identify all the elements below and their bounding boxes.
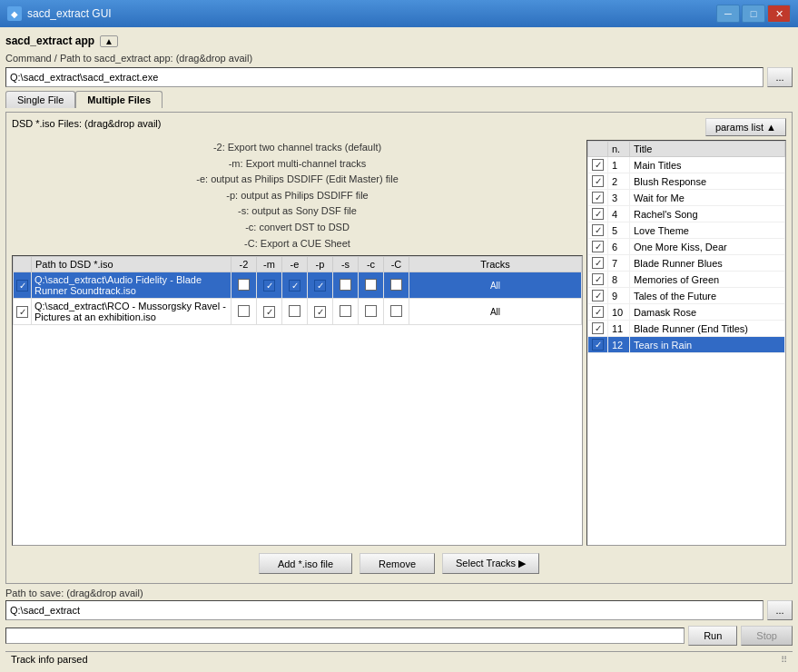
- track-check-6[interactable]: [588, 255, 608, 272]
- file-colc-0[interactable]: [359, 272, 384, 299]
- tabs-row: Single File Multiple Files: [5, 91, 793, 108]
- info-line-6: -c: convert DST to DSD: [12, 220, 583, 236]
- file-cols-0[interactable]: [333, 272, 359, 299]
- track-n-11: 12: [608, 337, 630, 353]
- track-check-10[interactable]: [588, 321, 608, 337]
- info-line-2: -m: Export multi-channel tracks: [12, 156, 583, 173]
- tab-single-file[interactable]: Single File: [5, 91, 75, 108]
- table-row[interactable]: Q:\sacd_extract\Audio Fidelity - Blade R…: [14, 272, 582, 299]
- file-path-1: Q:\sacd_extract\RCO - Mussorgsky Ravel -…: [32, 299, 232, 325]
- table-row[interactable]: Q:\sacd_extract\RCO - Mussorgsky Ravel -…: [14, 299, 582, 325]
- track-title-1: Blush Response: [630, 173, 785, 190]
- app-icon: ◆: [7, 6, 22, 21]
- track-title-7: Memories of Green: [630, 272, 785, 288]
- file-colc-1[interactable]: [359, 299, 384, 325]
- params-list-button[interactable]: params list ▲: [705, 118, 786, 136]
- track-n-6: 7: [608, 255, 630, 272]
- file-checkbox-0[interactable]: [16, 280, 28, 292]
- tab-multiple-files[interactable]: Multiple Files: [75, 91, 163, 108]
- file-colC-0[interactable]: [384, 272, 409, 299]
- info-line-7: -C: Export a CUE Sheet: [12, 236, 583, 252]
- app-title: sacd_extract app: [5, 35, 94, 47]
- track-row[interactable]: 5 Love Theme: [588, 222, 785, 239]
- info-line-5: -s: output as Sony DSF file: [12, 203, 583, 220]
- file-colm-1[interactable]: [257, 299, 282, 325]
- file-colp-1[interactable]: [308, 299, 333, 325]
- track-row[interactable]: 11 Blade Runner (End Titles): [588, 321, 785, 337]
- save-browse-button[interactable]: ...: [767, 600, 793, 620]
- track-row[interactable]: 7 Blade Runner Blues: [588, 255, 785, 272]
- track-row[interactable]: 4 Rachel's Song: [588, 206, 785, 222]
- file-cole-0[interactable]: [282, 272, 308, 299]
- title-bar: ◆ sacd_extract GUI ─ □ ✕: [0, 0, 798, 27]
- col-s-header: -s: [333, 257, 359, 272]
- col-p-header: -p: [308, 257, 333, 272]
- window-controls: ─ □ ✕: [716, 5, 791, 23]
- file-colp-0[interactable]: [308, 272, 333, 299]
- save-label: Path to save: (drag&drop avail): [5, 588, 793, 598]
- track-row[interactable]: 10 Damask Rose: [588, 304, 785, 321]
- track-check-11[interactable]: [588, 337, 608, 353]
- file-colm-0[interactable]: [257, 272, 282, 299]
- track-row[interactable]: 2 Blush Response: [588, 173, 785, 190]
- track-n-9: 10: [608, 304, 630, 321]
- track-check-1[interactable]: [588, 173, 608, 190]
- close-button[interactable]: ✕: [767, 5, 791, 23]
- file-tracks-0: All: [409, 272, 582, 299]
- track-n-7: 8: [608, 272, 630, 288]
- file-col2-1[interactable]: [232, 299, 257, 325]
- files-table: Path to DSD *.iso -2 -m -e -p -s -c -C T…: [13, 256, 582, 325]
- command-browse-button[interactable]: ...: [767, 67, 793, 87]
- window-title: sacd_extract GUI: [27, 7, 711, 20]
- progress-bar: [5, 628, 685, 644]
- track-title-10: Blade Runner (End Titles): [630, 321, 785, 337]
- save-path-input[interactable]: [5, 600, 764, 620]
- file-row-check-1[interactable]: [14, 299, 32, 325]
- track-title-2: Wait for Me: [630, 190, 785, 206]
- file-row-check-0[interactable]: [14, 272, 32, 299]
- track-n-8: 9: [608, 288, 630, 304]
- info-panel: -2: Export two channel tracks (default) …: [12, 140, 583, 252]
- track-row[interactable]: 6 One More Kiss, Dear: [588, 239, 785, 255]
- file-colC-1[interactable]: [384, 299, 409, 325]
- file-cols-1[interactable]: [333, 299, 359, 325]
- select-tracks-button[interactable]: Select Tracks ▶: [442, 553, 539, 574]
- track-row[interactable]: 12 Tears in Rain: [588, 337, 785, 353]
- files-table-container: Path to DSD *.iso -2 -m -e -p -s -c -C T…: [12, 255, 583, 546]
- track-n-header: n.: [608, 142, 630, 157]
- track-check-header: [588, 142, 608, 157]
- track-check-0[interactable]: [588, 157, 608, 173]
- track-check-7[interactable]: [588, 272, 608, 288]
- dsd-header-row: DSD *.iso Files: (drag&drop avail) param…: [12, 118, 786, 136]
- file-tracks-1: All: [409, 299, 582, 325]
- track-check-8[interactable]: [588, 288, 608, 304]
- add-iso-button[interactable]: Add *.iso file: [259, 553, 352, 574]
- track-check-3[interactable]: [588, 206, 608, 222]
- tracks-table: n. Title 1 Main Titles 2 Blush Response …: [587, 141, 785, 353]
- track-row[interactable]: 9 Tales of the Future: [588, 288, 785, 304]
- buttons-row: Add *.iso file Remove Select Tracks ▶: [12, 549, 786, 578]
- track-row[interactable]: 3 Wait for Me: [588, 190, 785, 206]
- minimize-button[interactable]: ─: [716, 5, 740, 23]
- file-col2-0[interactable]: [232, 272, 257, 299]
- track-title-9: Damask Rose: [630, 304, 785, 321]
- app-expand-button[interactable]: ▲: [100, 35, 118, 47]
- track-n-3: 4: [608, 206, 630, 222]
- file-path-0: Q:\sacd_extract\Audio Fidelity - Blade R…: [32, 272, 232, 299]
- track-check-5[interactable]: [588, 239, 608, 255]
- track-title-11: Tears in Rain: [630, 337, 785, 353]
- status-grip: ⠿: [781, 655, 787, 665]
- track-row[interactable]: 1 Main Titles: [588, 157, 785, 173]
- track-check-4[interactable]: [588, 222, 608, 239]
- save-row: Path to save: (drag&drop avail) ...: [5, 588, 793, 620]
- file-checkbox-1[interactable]: [16, 306, 28, 318]
- track-row[interactable]: 8 Memories of Green: [588, 272, 785, 288]
- track-check-2[interactable]: [588, 190, 608, 206]
- track-check-9[interactable]: [588, 304, 608, 321]
- stop-button[interactable]: Stop: [741, 626, 793, 646]
- command-path-input[interactable]: [5, 67, 764, 87]
- maximize-button[interactable]: □: [742, 5, 765, 23]
- remove-button[interactable]: Remove: [360, 553, 435, 574]
- run-button[interactable]: Run: [688, 626, 737, 646]
- file-cole-1[interactable]: [282, 299, 308, 325]
